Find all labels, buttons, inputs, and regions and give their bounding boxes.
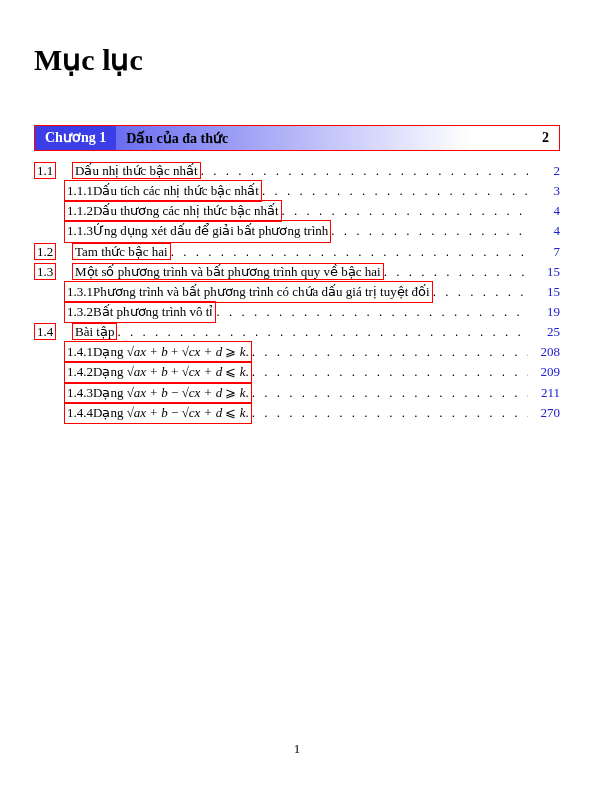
section-number: 1.2 bbox=[34, 242, 72, 262]
toc-subsection[interactable]: 1.1.2Dấu thương các nhị thức bậc nhất4 bbox=[34, 201, 560, 221]
entry-page: 270 bbox=[528, 403, 560, 423]
table-of-contents: 1.1Dấu nhị thức bậc nhất21.1.1Dấu tích c… bbox=[34, 161, 560, 423]
toc-subsection[interactable]: 1.1.3Ứng dụng xét dấu để giải bất phương… bbox=[34, 221, 560, 241]
toc-subsection[interactable]: 1.1.1Dấu tích các nhị thức bậc nhất3 bbox=[34, 181, 560, 201]
entry-page: 2 bbox=[528, 161, 560, 181]
entry-title: Một số phương trình và bất phương trình … bbox=[72, 262, 384, 282]
subsection-number: 1.4.4 bbox=[67, 403, 93, 423]
toc-section[interactable]: 1.3Một số phương trình và bất phương trì… bbox=[34, 262, 560, 282]
toc-subsection[interactable]: 1.4.2Dạng √ax + b + √cx + d ⩽ k.209 bbox=[34, 362, 560, 382]
entry-page: 4 bbox=[528, 201, 560, 221]
entry-page: 209 bbox=[528, 362, 560, 382]
toc-subsection[interactable]: 1.4.4Dạng √ax + b − √cx + d ⩽ k.270 bbox=[34, 403, 560, 423]
subsection-number: 1.1.2 bbox=[67, 201, 93, 221]
dot-leader bbox=[433, 282, 528, 302]
dot-leader bbox=[252, 403, 528, 423]
entry-title: Dạng √ax + b + √cx + d ⩾ k. bbox=[93, 344, 249, 359]
page-number: 1 bbox=[0, 741, 594, 757]
toc-section[interactable]: 1.2Tam thức bậc hai7 bbox=[34, 242, 560, 262]
chapter-header: Chương 1 Dấu của đa thức 2 bbox=[34, 125, 560, 151]
page-title: Mục lục bbox=[34, 42, 560, 77]
entry-page: 3 bbox=[528, 181, 560, 201]
section-number: 1.1 bbox=[34, 161, 72, 181]
entry-page: 211 bbox=[528, 383, 560, 403]
subsection-entry: 1.1.2Dấu thương các nhị thức bậc nhất bbox=[64, 200, 282, 222]
dot-leader bbox=[384, 262, 528, 282]
entry-page: 4 bbox=[528, 221, 560, 241]
toc-subsection[interactable]: 1.4.3Dạng √ax + b − √cx + d ⩾ k.211 bbox=[34, 383, 560, 403]
dot-leader bbox=[216, 302, 528, 322]
subsection-entry: 1.4.1Dạng √ax + b + √cx + d ⩾ k. bbox=[64, 341, 252, 363]
entry-title: Dạng √ax + b − √cx + d ⩽ k. bbox=[93, 405, 249, 420]
entry-title: Tam thức bậc hai bbox=[72, 242, 171, 262]
toc-section[interactable]: 1.1Dấu nhị thức bậc nhất2 bbox=[34, 161, 560, 181]
dot-leader bbox=[262, 181, 528, 201]
subsection-number: 1.3.2 bbox=[67, 302, 93, 322]
toc-subsection[interactable]: 1.3.2Bất phương trình vô tỉ19 bbox=[34, 302, 560, 322]
entry-page: 15 bbox=[528, 262, 560, 282]
chapter-title: Dấu của đa thức bbox=[126, 130, 228, 147]
subsection-entry: 1.4.3Dạng √ax + b − √cx + d ⩾ k. bbox=[64, 382, 252, 404]
subsection-entry: 1.1.1Dấu tích các nhị thức bậc nhất bbox=[64, 180, 262, 202]
subsection-entry: 1.4.2Dạng √ax + b + √cx + d ⩽ k. bbox=[64, 361, 252, 383]
entry-title: Ứng dụng xét dấu để giải bất phương trìn… bbox=[93, 223, 328, 238]
dot-leader bbox=[117, 322, 528, 342]
chapter-page: 2 bbox=[542, 130, 549, 146]
chapter-title-wrap: Dấu của đa thức 2 bbox=[116, 126, 559, 150]
subsection-number: 1.1.1 bbox=[67, 181, 93, 201]
subsection-number: 1.1.3 bbox=[67, 221, 93, 241]
dot-leader bbox=[252, 362, 528, 382]
entry-page: 25 bbox=[528, 322, 560, 342]
toc-subsection[interactable]: 1.4.1Dạng √ax + b + √cx + d ⩾ k.208 bbox=[34, 342, 560, 362]
subsection-number: 1.4.2 bbox=[67, 362, 93, 382]
entry-title: Dấu nhị thức bậc nhất bbox=[72, 161, 201, 181]
subsection-number: 1.4.3 bbox=[67, 383, 93, 403]
entry-title: Dạng √ax + b − √cx + d ⩾ k. bbox=[93, 385, 249, 400]
dot-leader bbox=[201, 161, 528, 181]
section-number: 1.3 bbox=[34, 262, 72, 282]
entry-page: 19 bbox=[528, 302, 560, 322]
dot-leader bbox=[282, 201, 528, 221]
subsection-number: 1.3.1 bbox=[67, 282, 93, 302]
section-number: 1.4 bbox=[34, 322, 72, 342]
entry-title: Dạng √ax + b + √cx + d ⩽ k. bbox=[93, 364, 249, 379]
subsection-entry: 1.1.3Ứng dụng xét dấu để giải bất phương… bbox=[64, 220, 331, 242]
dot-leader bbox=[171, 242, 528, 262]
entry-title: Dấu tích các nhị thức bậc nhất bbox=[93, 183, 259, 198]
toc-subsection[interactable]: 1.3.1Phương trình và bất phương trình có… bbox=[34, 282, 560, 302]
dot-leader bbox=[331, 221, 528, 241]
subsection-entry: 1.3.1Phương trình và bất phương trình có… bbox=[64, 281, 433, 303]
subsection-entry: 1.4.4Dạng √ax + b − √cx + d ⩽ k. bbox=[64, 402, 252, 424]
dot-leader bbox=[252, 342, 528, 362]
entry-title: Bài tập bbox=[72, 322, 117, 342]
dot-leader bbox=[252, 383, 528, 403]
entry-title: Phương trình và bất phương trình có chứa… bbox=[93, 284, 430, 299]
entry-title: Dấu thương các nhị thức bậc nhất bbox=[93, 203, 279, 218]
entry-page: 208 bbox=[528, 342, 560, 362]
subsection-number: 1.4.1 bbox=[67, 342, 93, 362]
entry-title: Bất phương trình vô tỉ bbox=[93, 304, 213, 319]
toc-section[interactable]: 1.4Bài tập25 bbox=[34, 322, 560, 342]
chapter-label: Chương 1 bbox=[35, 126, 116, 150]
entry-page: 15 bbox=[528, 282, 560, 302]
subsection-entry: 1.3.2Bất phương trình vô tỉ bbox=[64, 301, 216, 323]
entry-page: 7 bbox=[528, 242, 560, 262]
